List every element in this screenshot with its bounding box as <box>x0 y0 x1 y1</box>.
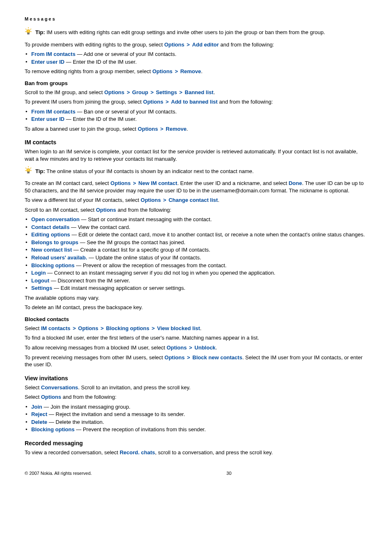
settings-link[interactable]: Settings <box>31 285 52 291</box>
paragraph: Select Options and from the following: <box>25 393 367 401</box>
text: — Create a contact list for a specific g… <box>72 247 210 253</box>
settings-link[interactable]: Settings <box>156 89 177 95</box>
options-link[interactable]: Options <box>166 345 187 351</box>
options-link[interactable]: Options <box>111 180 131 186</box>
tip-label: Tip: <box>35 168 45 174</box>
svg-line-9 <box>25 168 27 169</box>
reload-users-link[interactable]: Reload users' availab. <box>31 254 87 261</box>
reject-link[interactable]: Reject <box>31 411 47 417</box>
record-chats-link[interactable]: Record. chats <box>120 449 155 456</box>
text: — Start or continue instant messaging wi… <box>80 216 212 222</box>
paragraph: To view a recorded conversation, select … <box>25 449 367 456</box>
add-banned-link[interactable]: Add to banned list <box>171 99 217 105</box>
text: — Join the instant messaging group. <box>42 404 131 410</box>
editing-options-link[interactable]: Editing options <box>31 231 70 238</box>
list-item: Enter user ID — Enter the ID of the IM u… <box>25 116 367 123</box>
blocking-options-link[interactable]: Blocking options <box>106 325 149 331</box>
chevron-right-icon: > <box>177 89 185 95</box>
options-link[interactable]: Options <box>164 354 184 361</box>
text: — Connect to an instant messaging server… <box>46 270 275 276</box>
options-link[interactable]: Options <box>141 197 161 203</box>
breadcrumb: Messages <box>25 16 367 21</box>
open-conversation-link[interactable]: Open conversation <box>31 216 80 222</box>
login-link[interactable]: Login <box>31 270 46 276</box>
im-contacts-link[interactable]: IM contacts <box>41 325 71 331</box>
list-item: Join — Join the instant messaging group. <box>25 403 367 411</box>
list-item: Settings — Edit instant messaging applic… <box>25 284 367 292</box>
options-link[interactable]: Options <box>164 42 184 48</box>
bullet-list: From IM contacts — Ban one or several of… <box>25 108 367 123</box>
chevron-right-icon: > <box>184 354 192 361</box>
list-item: Contact details — View the contact card. <box>25 224 367 231</box>
belongs-to-groups-link[interactable]: Belongs to groups <box>31 239 78 245</box>
options-link[interactable]: Options <box>41 394 61 400</box>
text: — Reject the invitation and send a messa… <box>47 411 185 417</box>
text: Select <box>25 394 41 400</box>
options-link[interactable]: Options <box>138 126 158 132</box>
from-im-contacts-link[interactable]: From IM contacts <box>31 51 76 57</box>
svg-rect-13 <box>28 172 29 173</box>
text: . <box>200 325 202 331</box>
remove-link[interactable]: Remove <box>166 126 187 132</box>
paragraph: Select IM contacts > Options > Blocking … <box>25 325 367 332</box>
delete-link[interactable]: Delete <box>31 419 47 425</box>
section-heading: View invitations <box>25 375 367 382</box>
paragraph: When login to an IM service is complete,… <box>25 148 367 162</box>
blocking-options-link[interactable]: Blocking options <box>31 262 74 268</box>
tip-body-text: IM users with editing rights can edit gr… <box>45 29 325 35</box>
done-link[interactable]: Done <box>288 180 302 186</box>
blocking-options-link[interactable]: Blocking options <box>31 426 74 432</box>
svg-line-3 <box>30 29 32 30</box>
unblock-link[interactable]: Unblock <box>194 345 215 351</box>
text: and from the following: <box>116 207 171 213</box>
text: . <box>216 345 217 351</box>
text: — See the IM groups the contact has join… <box>78 239 185 245</box>
enter-user-id-link[interactable]: Enter user ID <box>31 59 65 65</box>
list-item: Delete — Delete the invitation. <box>25 419 367 426</box>
block-new-contacts-link[interactable]: Block new contacts <box>192 354 242 361</box>
new-contact-list-link[interactable]: New contact list <box>31 247 72 253</box>
text: — Update the online status of your IM co… <box>87 254 201 261</box>
lightbulb-icon <box>25 26 35 35</box>
from-im-contacts-link[interactable]: From IM contacts <box>31 109 76 115</box>
text: — Disconnect from the IM server. <box>49 278 130 284</box>
paragraph: To allow receiving messages from a block… <box>25 344 367 352</box>
change-contact-list-link[interactable]: Change contact list <box>168 197 218 203</box>
contact-details-link[interactable]: Contact details <box>31 224 69 230</box>
chevron-right-icon: > <box>161 197 168 203</box>
tip-label: Tip: <box>35 29 45 35</box>
logout-link[interactable]: Logout <box>31 278 49 284</box>
list-item: Editing options — Edit or delete the con… <box>25 231 367 238</box>
options-link[interactable]: Options <box>78 325 98 331</box>
copyright: © 2007 Nokia. All rights reserved. <box>25 471 92 476</box>
svg-point-7 <box>27 169 30 172</box>
options-link[interactable]: Options <box>96 207 116 213</box>
text: . Enter the user ID and a nickname, and … <box>177 180 288 186</box>
new-im-contact-link[interactable]: New IM contact <box>138 180 178 186</box>
chevron-right-icon: > <box>70 325 78 331</box>
enter-user-id-link[interactable]: Enter user ID <box>31 116 65 122</box>
chevron-right-icon: > <box>158 126 166 132</box>
svg-line-2 <box>25 29 27 30</box>
conversations-link[interactable]: Conversations <box>41 384 78 391</box>
paragraph: To view a different list of your IM cont… <box>25 197 367 204</box>
options-link[interactable]: Options <box>143 99 163 105</box>
options-link[interactable]: Options <box>104 89 125 95</box>
paragraph: To delete an IM contact, press the backs… <box>25 304 367 311</box>
tip-block: Tip: IM users with editing rights can ed… <box>25 26 367 39</box>
paragraph: To provide members with editing rights t… <box>25 41 367 49</box>
add-editor-link[interactable]: Add editor <box>192 42 219 48</box>
view-blocked-link[interactable]: View blocked list <box>157 325 200 331</box>
join-link[interactable]: Join <box>31 404 42 410</box>
text: . <box>187 126 188 132</box>
banned-list-link[interactable]: Banned list <box>185 89 214 95</box>
options-link[interactable]: Options <box>152 68 173 74</box>
svg-point-0 <box>27 30 30 33</box>
paragraph: To allow a banned user to join the group… <box>25 125 367 133</box>
paragraph: To remove editing rights from a group me… <box>25 68 367 75</box>
group-link[interactable]: Group <box>132 89 148 95</box>
tip-text: Tip: The online status of your IM contac… <box>35 168 367 175</box>
text: — Delete the invitation. <box>47 419 104 425</box>
list-item: Blocking options — Prevent or allow the … <box>25 262 367 269</box>
remove-link[interactable]: Remove <box>180 68 201 74</box>
